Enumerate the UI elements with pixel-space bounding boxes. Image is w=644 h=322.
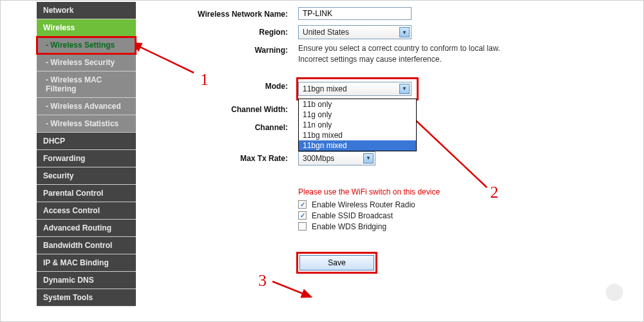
select-max-tx[interactable]: 300Mbps ▼: [298, 151, 375, 166]
checkbox-enable-radio-label: Enable Wireless Router Radio: [312, 200, 415, 209]
annotation-number-3: 3: [258, 271, 267, 290]
router-admin-window: Network Wireless - Wireless Settings - W…: [0, 0, 644, 322]
main-panel: Wireless Network Name: Region: United St…: [136, 1, 643, 321]
sidebar-item-wireless-statistics[interactable]: - Wireless Statistics: [37, 115, 136, 133]
sidebar-item-wireless-advanced[interactable]: - Wireless Advanced: [37, 98, 136, 115]
sidebar-item-access-control[interactable]: Access Control: [37, 202, 136, 220]
mode-option-11bg[interactable]: 11bg mixed: [299, 130, 416, 140]
select-region[interactable]: United States ▼: [298, 25, 412, 39]
checkbox-enable-wds[interactable]: [298, 222, 307, 231]
sidebar-item-wireless-settings[interactable]: - Wireless Settings: [37, 37, 136, 54]
sidebar: Network Wireless - Wireless Settings - W…: [1, 1, 136, 321]
annotation-number-1: 1: [200, 70, 209, 90]
save-button[interactable]: Save: [299, 255, 374, 270]
sidebar-item-parental-control[interactable]: Parental Control: [37, 185, 136, 202]
mode-dropdown: 11b only 11g only 11n only 11bg mixed 11…: [298, 99, 417, 151]
wifi-switch-note: Please use the WiFi switch on this devic…: [298, 187, 643, 196]
label-channel: Channel:: [162, 120, 298, 135]
sidebar-item-bandwidth-control[interactable]: Bandwidth Control: [37, 237, 136, 254]
sidebar-item-wireless-security[interactable]: - Wireless Security: [37, 54, 136, 71]
sidebar-item-forwarding[interactable]: Forwarding: [37, 150, 136, 167]
select-mode-value: 11bgn mixed: [303, 84, 347, 93]
sidebar-item-wireless-mac-filtering[interactable]: - Wireless MAC Filtering: [37, 71, 136, 98]
sidebar-item-wireless[interactable]: Wireless: [37, 19, 136, 37]
mode-option-11bgn[interactable]: 11bgn mixed: [299, 140, 416, 151]
sidebar-item-dhcp[interactable]: DHCP: [37, 133, 136, 150]
select-mode[interactable]: 11bgn mixed ▼: [298, 82, 412, 96]
warning-text: Ensure you select a correct country to c…: [298, 43, 643, 65]
label-channel-width: Channel Width:: [162, 102, 298, 117]
label-max-tx: Max Tx Rate:: [162, 151, 298, 166]
label-warning: Warning:: [162, 43, 298, 57]
chevron-down-icon: ▼: [399, 84, 410, 94]
checkbox-enable-ssid[interactable]: [298, 211, 307, 220]
checkbox-enable-wds-label: Enable WDS Bridging: [312, 222, 386, 231]
checkbox-enable-ssid-label: Enable SSID Broadcast: [312, 211, 393, 220]
chevron-down-icon: ▼: [399, 27, 410, 37]
annotation-number-2: 2: [490, 183, 498, 202]
mode-highlight-box: 11bgn mixed ▼ 11b only 11g only 11n only…: [298, 79, 417, 99]
watermark-icon: [585, 263, 643, 321]
sidebar-item-dynamic-dns[interactable]: Dynamic DNS: [37, 272, 136, 289]
mode-option-11g[interactable]: 11g only: [299, 109, 416, 120]
label-region: Region:: [162, 25, 298, 39]
mode-option-11b[interactable]: 11b only: [299, 99, 416, 109]
input-network-name[interactable]: [298, 7, 412, 20]
svg-line-3: [272, 281, 311, 297]
save-highlight-box: Save: [298, 254, 375, 272]
sidebar-item-network[interactable]: Network: [37, 2, 136, 19]
select-max-tx-value: 300Mbps: [303, 154, 334, 163]
mode-option-11n[interactable]: 11n only: [299, 120, 416, 130]
sidebar-item-security[interactable]: Security: [37, 167, 136, 185]
sidebar-item-advanced-routing[interactable]: Advanced Routing: [37, 220, 136, 237]
sidebar-item-system-tools[interactable]: System Tools: [37, 289, 136, 307]
label-network-name: Wireless Network Name:: [162, 7, 298, 21]
label-mode: Mode:: [162, 79, 298, 93]
select-region-value: United States: [303, 28, 349, 37]
sidebar-list: Network Wireless - Wireless Settings - W…: [37, 2, 136, 307]
checkbox-enable-radio[interactable]: [298, 200, 307, 209]
chevron-down-icon: ▼: [363, 153, 374, 164]
sidebar-item-ip-mac-binding[interactable]: IP & MAC Binding: [37, 254, 136, 272]
